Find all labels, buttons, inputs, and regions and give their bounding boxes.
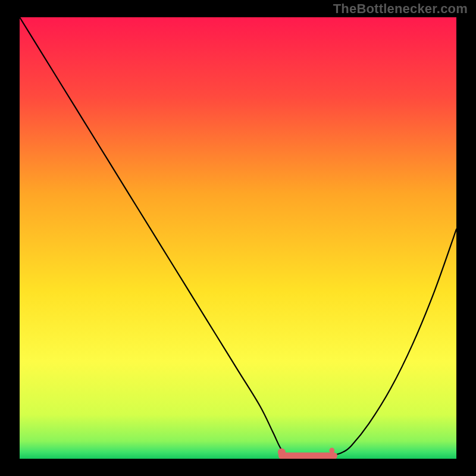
marker-dot (329, 448, 334, 453)
bottleneck-chart (0, 0, 476, 476)
marker-dot (278, 449, 286, 456)
gradient-background (20, 17, 456, 459)
chart-frame: TheBottlenecker.com (0, 0, 476, 476)
attribution-label: TheBottlenecker.com (333, 1, 468, 17)
